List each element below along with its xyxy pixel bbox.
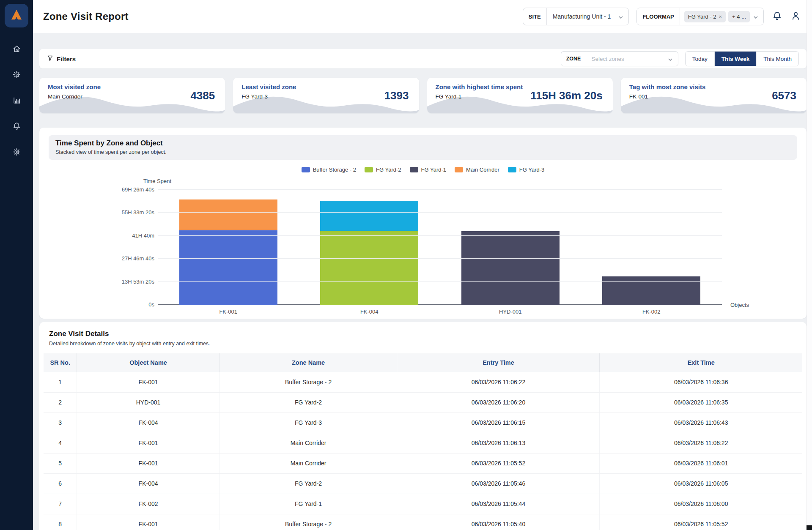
site-select[interactable]: SITE Manufacturing Unit - 1 — [523, 8, 629, 25]
table-row: 7FK-002FG Yard-106/03/2026 11:05:4406/03… — [44, 494, 802, 514]
column-header-entry: Entry Time — [397, 353, 600, 372]
table-cell: Main Corrider — [219, 453, 397, 473]
table-cell: 06/03/2026 11:06:01 — [600, 453, 802, 473]
table-title: Zone Visit Details — [44, 330, 802, 338]
table-cell: FG Yard-2 — [219, 473, 397, 494]
corner-artifact — [807, 525, 812, 530]
table-cell: FK-001 — [77, 433, 219, 453]
zone-placeholder: Select zones — [586, 56, 666, 62]
table-cell: Buffer Storage - 2 — [219, 514, 397, 530]
chart-card: Time Spent by Zone and Object Stacked vi… — [39, 128, 807, 319]
x-tick-label: FK-004 — [299, 309, 440, 315]
table-cell: FK-001 — [77, 514, 219, 530]
stacked-bar-fk-004 — [320, 201, 418, 305]
chart-title: Time Spent by Zone and Object — [55, 139, 790, 148]
bar-slot-fk-004: FK-004 — [299, 190, 440, 305]
sidebar-item-notifications[interactable] — [9, 119, 24, 134]
floormap-more-chip[interactable]: + 4 ... — [728, 11, 750, 22]
range-button-this-week[interactable]: This Week — [715, 52, 757, 66]
table-subtitle: Detailed breakdown of zone visits by obj… — [44, 341, 802, 347]
gridline — [158, 212, 722, 213]
table-cell: FG Yard-2 — [219, 392, 397, 413]
app-root: Zone Visit Report SITE Manufacturing Uni… — [0, 0, 812, 530]
sidebar-item-home[interactable] — [9, 42, 24, 57]
y-tick-label: 55H 33m 20s — [122, 209, 154, 216]
floormap-chip: FG Yard - 2 × — [684, 11, 726, 22]
page-title: Zone Visit Report — [43, 11, 129, 22]
gear-icon — [12, 70, 21, 81]
range-button-today[interactable]: Today — [686, 52, 715, 66]
table-cell: 06/03/2026 11:06:13 — [397, 433, 600, 453]
sidebar — [0, 0, 33, 530]
y-axis: Time Spent 69H 26m 40s55H 33m 20s41H 40m… — [49, 190, 158, 305]
bar-segment-fg-yard-2 — [320, 231, 418, 305]
zone-visit-details-card: Zone Visit Details Detailed breakdown of… — [39, 322, 807, 530]
floormap-chips: FG Yard - 2 × + 4 ... — [680, 11, 752, 22]
stats-row: Most visited zoneMain Corrider4385Least … — [39, 78, 807, 113]
column-header-exit: Exit Time — [600, 353, 802, 372]
logo-triangle-icon — [9, 8, 24, 24]
y-tick-label: 69H 26m 40s — [122, 186, 154, 194]
floormap-select[interactable]: FLOORMAP FG Yard - 2 × + 4 ... — [636, 8, 764, 25]
table-header-row: SR No. Object Name Zone Name Entry Time … — [44, 353, 802, 372]
filters-controls: ZONE Select zones TodayThis WeekThis Mon… — [561, 51, 799, 66]
main-area: Zone Visit Report SITE Manufacturing Uni… — [33, 0, 812, 530]
table-cell: 06/03/2026 11:06:35 — [600, 392, 802, 413]
chart-legend: Buffer Storage - 2FG Yard-2FG Yard-1Main… — [49, 167, 797, 173]
column-header-object: Object Name — [77, 353, 219, 372]
y-tick-label: 0s — [148, 301, 154, 309]
table-cell: FK-004 — [77, 473, 219, 494]
close-icon[interactable]: × — [719, 14, 722, 20]
bar-slot-fk-001: FK-001 — [158, 190, 299, 305]
zone-select[interactable]: ZONE Select zones — [561, 51, 678, 66]
gridline — [158, 258, 722, 259]
legend-label: Buffer Storage - 2 — [313, 167, 356, 173]
table-cell: 06/03/2026 11:06:22 — [600, 433, 802, 453]
sidebar-item-admin-settings[interactable] — [9, 145, 24, 160]
bar-segment-fg-yard-3 — [320, 201, 418, 231]
user-profile-button[interactable] — [790, 11, 801, 22]
page-scrollbar[interactable] — [807, 0, 812, 530]
bar-segment-fg-yard-1 — [461, 231, 560, 305]
bars-row: FK-001FK-004HYD-001FK-002 — [158, 190, 722, 305]
chart-header: Time Spent by Zone and Object Stacked vi… — [49, 135, 797, 160]
sidebar-item-settings[interactable] — [9, 68, 24, 83]
table-cell: Buffer Storage - 2 — [219, 372, 397, 392]
table-row: 5FK-001Main Corrider06/03/2026 11:05:520… — [44, 453, 802, 473]
range-button-this-month[interactable]: This Month — [757, 52, 798, 66]
table-cell: 06/03/2026 11:05:44 — [397, 494, 600, 514]
table-cell: Main Corrider — [219, 433, 397, 453]
table-cell: 06/03/2026 11:05:40 — [397, 514, 600, 530]
sidebar-item-analytics[interactable] — [9, 93, 24, 109]
legend-swatch — [302, 167, 310, 172]
filter-funnel-icon — [47, 55, 53, 63]
table-cell: HYD-001 — [77, 392, 219, 413]
gear-icon — [12, 148, 21, 158]
stat-card-value: 1393 — [384, 89, 409, 102]
chevron-down-icon — [668, 56, 673, 61]
table-cell: 2 — [44, 392, 77, 413]
app-logo[interactable] — [5, 4, 28, 27]
table-cell: FK-004 — [77, 413, 219, 433]
table-cell: FK-001 — [77, 453, 219, 473]
topbar-controls: SITE Manufacturing Unit - 1 FLOORMAP FG … — [523, 8, 801, 25]
legend-item: FG Yard-1 — [410, 167, 446, 173]
table-cell: FK-002 — [77, 494, 219, 514]
table-row: 6FK-004FG Yard-206/03/2026 11:05:4606/03… — [44, 473, 802, 494]
chart-subtitle: Stacked view of time spent per zone per … — [55, 149, 790, 155]
table-cell: 06/03/2026 11:05:52 — [600, 514, 802, 530]
table-cell: FK-001 — [77, 372, 219, 392]
bar-segment-buffer-storage---2 — [179, 230, 277, 305]
stat-card-3: Zone with highest time spentFG Yard-1115… — [427, 78, 613, 113]
table-row: 2HYD-001FG Yard-206/03/2026 11:06:2006/0… — [44, 392, 802, 413]
notifications-button[interactable] — [771, 11, 782, 22]
topbar: Zone Visit Report SITE Manufacturing Uni… — [33, 0, 812, 33]
zone-visit-table: SR No. Object Name Zone Name Entry Time … — [44, 353, 802, 530]
table-cell: 06/03/2026 11:05:52 — [397, 453, 600, 473]
filters-title: Filters — [57, 55, 76, 63]
legend-item: FG Yard-2 — [365, 167, 401, 173]
gridline — [158, 281, 722, 282]
floormap-label: FLOORMAP — [637, 8, 680, 25]
stat-card-value: 4385 — [190, 89, 215, 102]
table-cell: 5 — [44, 453, 77, 473]
